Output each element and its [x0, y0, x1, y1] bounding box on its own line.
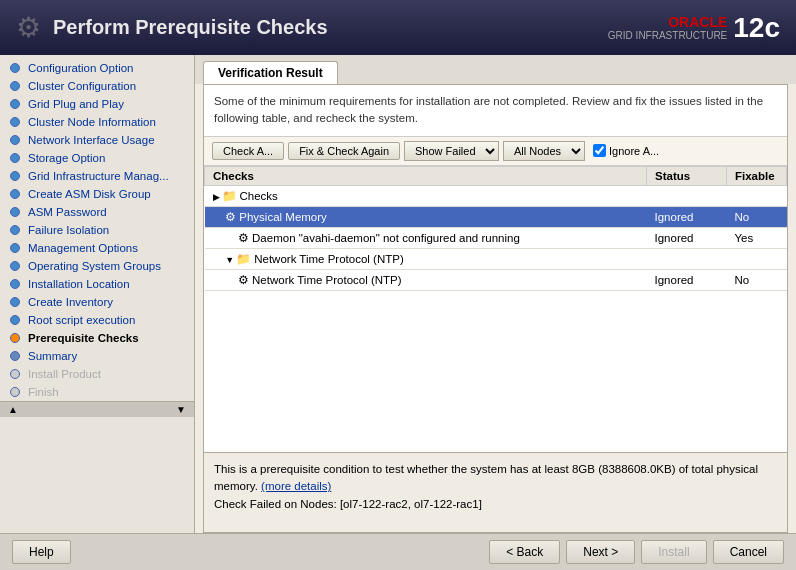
check-again-button[interactable]: Check A...: [212, 142, 284, 160]
fixable-value: No: [727, 269, 787, 290]
sidebar-item-create-asm-disk-group[interactable]: Create ASM Disk Group: [0, 185, 194, 203]
ignore-label: Ignore A...: [609, 145, 659, 157]
table-row[interactable]: ▼📁Network Time Protocol (NTP): [205, 248, 787, 269]
scroll-up-icon[interactable]: ▲: [0, 402, 26, 417]
status-badge: [647, 248, 727, 269]
sidebar-item-configuration-option[interactable]: Configuration Option: [0, 59, 194, 77]
footer-nav-buttons: < Back Next > Install Cancel: [489, 540, 784, 564]
sidebar-item-grid-plug-play[interactable]: Grid Plug and Play: [0, 95, 194, 113]
table-row[interactable]: ⚙Physical MemoryIgnoredNo: [205, 206, 787, 227]
main-body: Configuration OptionCluster Configuratio…: [0, 55, 796, 533]
sidebar-item-create-inventory[interactable]: Create Inventory: [0, 293, 194, 311]
status-badge: Ignored: [647, 206, 727, 227]
sidebar-item-summary[interactable]: Summary: [0, 347, 194, 365]
info-text: Some of the minimum requirements for ins…: [204, 85, 787, 137]
sidebar: Configuration OptionCluster Configuratio…: [0, 55, 195, 533]
sidebar-item-operating-system-groups[interactable]: Operating System Groups: [0, 257, 194, 275]
sidebar-item-storage-option[interactable]: Storage Option: [0, 149, 194, 167]
col-status: Status: [647, 166, 727, 185]
fix-check-button[interactable]: Fix & Check Again: [288, 142, 400, 160]
page-title: Perform Prerequisite Checks: [53, 16, 328, 39]
description-area: This is a prerequisite condition to test…: [204, 452, 787, 532]
sidebar-item-installation-location[interactable]: Installation Location: [0, 275, 194, 293]
sidebar-item-root-script-execution[interactable]: Root script execution: [0, 311, 194, 329]
tab-bar: Verification Result: [195, 55, 796, 84]
more-details-link[interactable]: (more details): [261, 480, 331, 492]
content: Verification Result Some of the minimum …: [195, 55, 796, 533]
status-badge: Ignored: [647, 269, 727, 290]
status-badge: Ignored: [647, 227, 727, 248]
header: ⚙ Perform Prerequisite Checks ORACLE GRI…: [0, 0, 796, 55]
back-button[interactable]: < Back: [489, 540, 560, 564]
next-button[interactable]: Next >: [566, 540, 635, 564]
ignore-checkbox[interactable]: [593, 144, 606, 157]
sidebar-scroll: ▲ ▼: [0, 401, 194, 417]
sidebar-item-management-options[interactable]: Management Options: [0, 239, 194, 257]
oracle-label: ORACLE: [668, 14, 727, 30]
version-label: 12c: [733, 12, 780, 44]
checks-table-area: Checks Status Fixable ▶📁Checks ⚙Physical…: [204, 166, 787, 453]
help-button[interactable]: Help: [12, 540, 71, 564]
oracle-logo: ORACLE GRID INFRASTRUCTURE 12c: [608, 12, 780, 44]
all-nodes-select[interactable]: All Nodes: [503, 141, 585, 161]
gear-icon: ⚙: [16, 11, 41, 44]
sidebar-item-install-product: Install Product: [0, 365, 194, 383]
col-fixable: Fixable: [727, 166, 787, 185]
status-badge: [647, 185, 727, 206]
grid-label: GRID INFRASTRUCTURE: [608, 30, 727, 41]
fixable-value: [727, 248, 787, 269]
toolbar: Check A... Fix & Check Again Show Failed…: [204, 137, 787, 166]
sidebar-item-asm-password[interactable]: ASM Password: [0, 203, 194, 221]
footer: Help < Back Next > Install Cancel: [0, 533, 796, 570]
scroll-down-icon[interactable]: ▼: [168, 402, 194, 417]
description-text2: Check Failed on Nodes: [ol7-122-rac2, ol…: [214, 498, 482, 510]
sidebar-item-cluster-node-info[interactable]: Cluster Node Information: [0, 113, 194, 131]
fixable-value: [727, 185, 787, 206]
sidebar-item-failure-isolation[interactable]: Failure Isolation: [0, 221, 194, 239]
show-failed-select[interactable]: Show Failed: [404, 141, 499, 161]
sidebar-item-finish: Finish: [0, 383, 194, 401]
sidebar-item-prerequisite-checks[interactable]: Prerequisite Checks: [0, 329, 194, 347]
verification-panel: Some of the minimum requirements for ins…: [203, 84, 788, 533]
table-row[interactable]: ⚙Network Time Protocol (NTP)IgnoredNo: [205, 269, 787, 290]
checks-table: Checks Status Fixable ▶📁Checks ⚙Physical…: [204, 166, 787, 291]
fixable-value: No: [727, 206, 787, 227]
fixable-value: Yes: [727, 227, 787, 248]
sidebar-item-network-interface-usage[interactable]: Network Interface Usage: [0, 131, 194, 149]
table-row[interactable]: ▶📁Checks: [205, 185, 787, 206]
col-checks: Checks: [205, 166, 647, 185]
tab-verification-result[interactable]: Verification Result: [203, 61, 338, 84]
sidebar-item-cluster-configuration[interactable]: Cluster Configuration: [0, 77, 194, 95]
table-row[interactable]: ⚙Daemon "avahi-daemon" not configured an…: [205, 227, 787, 248]
ignore-checkbox-label: Ignore A...: [593, 144, 659, 157]
sidebar-item-grid-infra-manage[interactable]: Grid Infrastructure Manag...: [0, 167, 194, 185]
cancel-button[interactable]: Cancel: [713, 540, 784, 564]
install-button: Install: [641, 540, 706, 564]
